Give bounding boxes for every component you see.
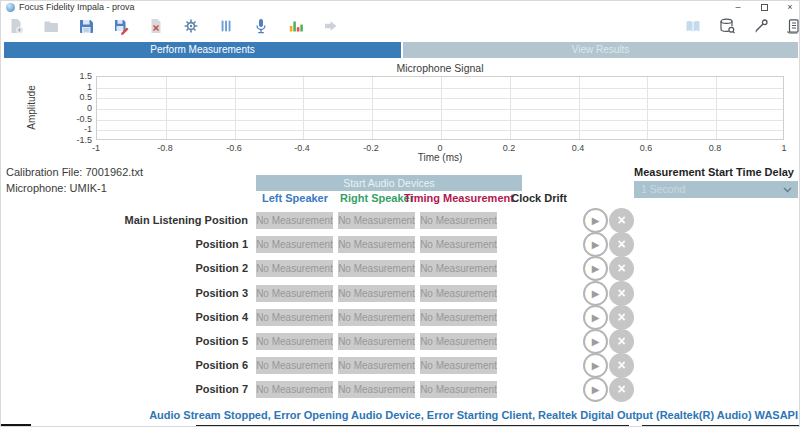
save-icon[interactable] [77,17,95,35]
gridline-horizontal [97,109,783,110]
measurement-cell: No Measurement [420,260,497,277]
app-icon [6,3,15,12]
measurement-cell: No Measurement [338,333,415,350]
minimize-button[interactable]: – [727,1,749,14]
measurement-cell: No Measurement [338,357,415,374]
measurement-cell: No Measurement [420,357,497,374]
header-clock-drift: Clock Drift [489,192,589,204]
maximize-button[interactable] [753,1,775,14]
levels-icon[interactable] [217,17,235,35]
measurement-cell: No Measurement [420,236,497,253]
measurement-cell: No Measurement [256,381,333,398]
log-scroll-icon[interactable] [784,17,800,35]
row-label-position-2: Position 2 [81,262,248,274]
measurement-start-delay-value: 1 Second [641,183,685,195]
measurement-cell: No Measurement [338,260,415,277]
maximize-icon [761,4,768,11]
measurement-cell: No Measurement [338,212,415,229]
tab-perform-measurements[interactable]: Perform Measurements [4,42,401,58]
y-tick-label: 0 [52,103,92,113]
play-measurement-button[interactable]: ▶ [583,281,608,306]
y-tick-label: 0.5 [52,92,92,102]
row-label-position-1: Position 1 [81,238,248,250]
close-button[interactable]: × [779,1,800,14]
x-tick-label: 0.2 [487,143,531,153]
settings-gear-icon[interactable] [182,17,200,35]
measurement-cell: No Measurement [420,333,497,350]
export-icon [322,17,340,35]
start-audio-devices-button[interactable]: Start Audio Devices [256,175,522,191]
row-label-main-listening-position: Main Listening Position [81,214,248,226]
measurement-cell: No Measurement [256,285,333,302]
row-label-position-4: Position 4 [81,311,248,323]
x-axis-label: Time (ms) [390,152,490,163]
clear-measurement-button[interactable]: × [609,329,634,354]
chevron-down-icon [783,187,792,193]
clear-measurement-button[interactable]: × [609,208,634,233]
measurement-cell: No Measurement [338,236,415,253]
row-label-position-6: Position 6 [81,359,248,371]
measurement-cell: No Measurement [256,333,333,350]
save-as-icon[interactable] [112,17,130,35]
titlebar: Focus Fidelity Impala - prova – × [1,1,799,14]
clear-measurement-button[interactable]: × [609,305,634,330]
microphone-icon[interactable] [252,17,270,35]
tab-view-results[interactable]: View Results [403,42,798,58]
gridline-horizontal [97,88,783,89]
measurement-cell: No Measurement [420,381,497,398]
open-folder-icon [42,17,60,35]
measurement-cell: No Measurement [256,309,333,326]
x-tick-label: -0.6 [212,143,256,153]
window-title: Focus Fidelity Impala - prova [19,2,135,12]
new-measurement-icon [7,17,25,35]
play-measurement-button[interactable]: ▶ [583,208,608,233]
delete-measurement-icon [147,17,165,35]
microphone-signal-plot [96,76,784,140]
measurement-cell: No Measurement [338,381,415,398]
play-measurement-button[interactable]: ▶ [583,305,608,330]
measurement-cell: No Measurement [420,285,497,302]
gridline-horizontal [97,130,783,131]
measurement-cell: No Measurement [420,212,497,229]
y-tick-label: -1 [52,124,92,134]
measurement-cell: No Measurement [256,357,333,374]
clear-measurement-button[interactable]: × [609,232,634,257]
clear-measurement-button[interactable]: × [609,256,634,281]
x-tick-label: 0.8 [693,143,737,153]
calibration-file-text: Calibration File: 7001962.txt [6,166,143,178]
gridline-horizontal [97,98,783,99]
y-tick-label: 1 [52,82,92,92]
measurement-cell: No Measurement [338,285,415,302]
database-search-icon[interactable] [718,17,736,35]
x-tick-label: 1 [762,143,800,153]
app-window: Focus Fidelity Impala - prova – × Perfor… [0,0,800,427]
toolbar [1,14,799,39]
manual-book-icon [684,17,702,35]
row-label-position-3: Position 3 [81,287,248,299]
y-axis-label: Amplitude [26,76,37,140]
measurement-start-delay-dropdown[interactable]: 1 Second [634,181,798,198]
status-message: Audio Stream Stopped, Error Opening Audi… [1,409,798,421]
clear-measurement-button[interactable]: × [609,377,634,402]
y-tick-label: -0.5 [52,114,92,124]
play-measurement-button[interactable]: ▶ [583,232,608,257]
x-tick-label: -0.2 [349,143,393,153]
measurement-cell: No Measurement [420,309,497,326]
row-label-position-7: Position 7 [81,383,248,395]
row-label-position-5: Position 5 [81,335,248,347]
measurement-cell: No Measurement [256,236,333,253]
measurement-cell: No Measurement [338,309,415,326]
tuning-tool-icon[interactable] [752,17,770,35]
clear-measurement-button[interactable]: × [609,281,634,306]
clear-measurement-button[interactable]: × [609,353,634,378]
play-measurement-button[interactable]: ▶ [583,353,608,378]
y-tick-label: -1.5 [52,135,92,145]
results-chart-icon[interactable] [287,17,305,35]
play-measurement-button[interactable]: ▶ [583,256,608,281]
measurement-cell: No Measurement [256,260,333,277]
play-measurement-button[interactable]: ▶ [583,329,608,354]
play-measurement-button[interactable]: ▶ [583,377,608,402]
x-tick-label: 0.4 [556,143,600,153]
x-tick-label: -0.4 [280,143,324,153]
gridline-horizontal [97,120,783,121]
